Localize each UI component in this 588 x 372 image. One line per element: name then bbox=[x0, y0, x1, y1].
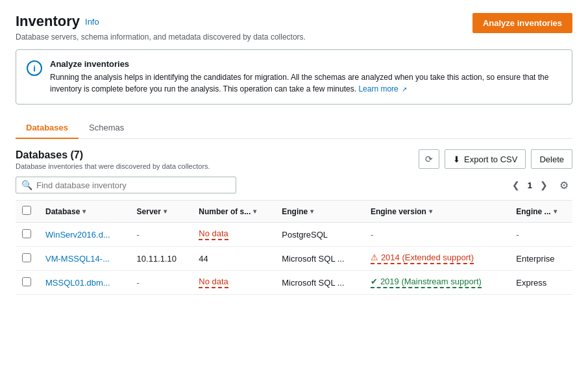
external-link-icon: ↗ bbox=[402, 86, 407, 93]
table-header-row: Databases (7) Database inventories that … bbox=[16, 149, 572, 170]
info-box-title: Analyze inventories bbox=[50, 59, 561, 69]
sort-icon: ▾ bbox=[82, 208, 86, 215]
engine-version-cell: - bbox=[364, 223, 509, 247]
warning-icon: ⚠ bbox=[371, 253, 378, 262]
search-input[interactable] bbox=[36, 180, 230, 190]
row-checkbox[interactable] bbox=[22, 229, 31, 238]
row-checkbox[interactable] bbox=[22, 277, 31, 286]
schemas-cell: No data bbox=[192, 223, 275, 247]
info-box-text: Running the analysis helps in identifyin… bbox=[50, 71, 561, 95]
delete-button[interactable]: Delete bbox=[531, 149, 572, 169]
table-row: VM-MSSQL14-...10.11.1.1044Microsoft SQL … bbox=[16, 247, 572, 271]
info-box-content: Analyze inventories Running the analysis… bbox=[50, 59, 561, 95]
check-icon: ✔ bbox=[371, 277, 378, 286]
search-box[interactable]: 🔍 bbox=[16, 177, 236, 193]
col-server: Server ▾ bbox=[130, 201, 193, 223]
engine-cell: PostgreSQL bbox=[275, 223, 364, 247]
engine-edition-cell: Express bbox=[509, 271, 572, 295]
server-cell: - bbox=[130, 223, 193, 247]
pagination-controls: ❮ 1 ❯ ⚙ bbox=[508, 177, 572, 193]
col-database: Database ▾ bbox=[39, 201, 130, 223]
col-schemas: Number of s... ▾ bbox=[192, 201, 275, 223]
page-subtitle: Database servers, schema information, an… bbox=[16, 32, 306, 42]
analyze-inventories-button[interactable]: Analyze inventories bbox=[472, 13, 572, 33]
database-link[interactable]: WinServ2016.d... bbox=[45, 230, 110, 240]
tabs-row: Databases Schemas bbox=[16, 118, 572, 139]
table-title: Databases (7) bbox=[16, 149, 210, 161]
engine-edition-cell: - bbox=[509, 223, 572, 247]
sort-icon: ▾ bbox=[554, 208, 557, 215]
schemas-cell: 44 bbox=[192, 247, 275, 271]
tab-databases[interactable]: Databases bbox=[16, 118, 79, 139]
search-icon: 🔍 bbox=[21, 180, 32, 190]
engine-cell: Microsoft SQL ... bbox=[275, 271, 364, 295]
export-csv-button[interactable]: ⬇ Export to CSV bbox=[445, 149, 526, 169]
export-icon: ⬇ bbox=[453, 155, 460, 164]
info-icon: i bbox=[27, 60, 42, 76]
page-title: Inventory bbox=[16, 13, 80, 30]
table-row: WinServ2016.d...-No dataPostgreSQL-- bbox=[16, 223, 572, 247]
tab-schemas[interactable]: Schemas bbox=[79, 118, 134, 139]
next-page-button[interactable]: ❯ bbox=[536, 177, 552, 193]
databases-table: Database ▾ Server ▾ Number of s... bbox=[16, 200, 572, 295]
sort-icon: ▾ bbox=[253, 208, 256, 215]
table-actions: ⟳ ⬇ Export to CSV Delete bbox=[419, 149, 572, 169]
engine-version-cell: ⚠ 2014 (Extended support) bbox=[364, 247, 509, 271]
col-engine-version: Engine version ▾ bbox=[364, 201, 509, 223]
info-box: i Analyze inventories Running the analys… bbox=[16, 49, 572, 105]
col-engine-edition: Engine ... ▾ bbox=[509, 201, 572, 223]
database-link[interactable]: VM-MSSQL14-... bbox=[45, 254, 110, 264]
server-cell: 10.11.1.10 bbox=[130, 247, 193, 271]
server-cell: - bbox=[130, 271, 193, 295]
learn-more-link[interactable]: Learn more ↗ bbox=[358, 84, 407, 93]
col-engine: Engine ▾ bbox=[275, 201, 364, 223]
databases-section: Databases (7) Database inventories that … bbox=[16, 139, 572, 295]
search-pagination-row: 🔍 ❮ 1 ❯ ⚙ bbox=[16, 177, 572, 193]
refresh-button[interactable]: ⟳ bbox=[419, 149, 439, 169]
select-all-header bbox=[16, 201, 39, 223]
table-subtitle: Database inventories that were discovere… bbox=[16, 162, 210, 170]
engine-version-cell: ✔ 2019 (Mainstream support) bbox=[364, 271, 509, 295]
sort-icon: ▾ bbox=[429, 208, 432, 215]
row-checkbox[interactable] bbox=[22, 253, 31, 262]
table-row: MSSQL01.dbm...-No dataMicrosoft SQL ...✔… bbox=[16, 271, 572, 295]
database-link[interactable]: MSSQL01.dbm... bbox=[45, 278, 110, 288]
page-number: 1 bbox=[528, 180, 532, 190]
prev-page-button[interactable]: ❮ bbox=[508, 177, 524, 193]
sort-icon: ▾ bbox=[310, 208, 313, 215]
engine-edition-cell: Enterprise bbox=[509, 247, 572, 271]
info-link[interactable]: Info bbox=[85, 17, 99, 27]
select-all-checkbox[interactable] bbox=[22, 206, 31, 215]
schemas-cell: No data bbox=[192, 271, 275, 295]
engine-cell: Microsoft SQL ... bbox=[275, 247, 364, 271]
sort-icon: ▾ bbox=[164, 208, 167, 215]
table-settings-button[interactable]: ⚙ bbox=[556, 177, 572, 193]
